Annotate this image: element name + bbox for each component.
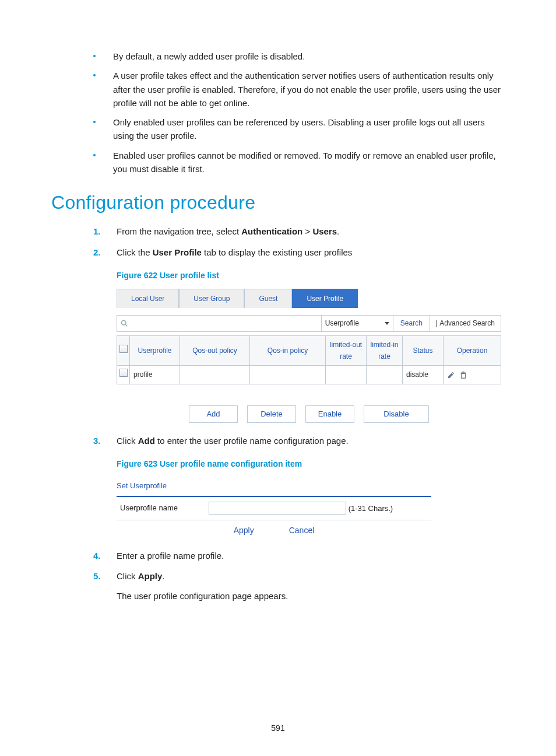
col-qos-out: Qos-out policy bbox=[180, 335, 250, 366]
intro-bullet: By default, a newly added user profile i… bbox=[93, 50, 505, 63]
section-heading: Configuration procedure bbox=[51, 192, 505, 214]
apply-button[interactable]: Apply bbox=[228, 524, 260, 537]
step2-prefix: Click the bbox=[117, 247, 153, 257]
search-bar: Userprofile Search | Advanced Search bbox=[117, 315, 501, 331]
step-1: From the navigation tree, select Authent… bbox=[93, 224, 505, 239]
figure-623: Set Userprofile Userprofile name (1-31 C… bbox=[117, 477, 431, 538]
svg-point-0 bbox=[122, 321, 126, 326]
intro-bullet: Only enabled user profiles can be refere… bbox=[93, 116, 505, 143]
userprofile-name-hint: (1-31 Chars.) bbox=[349, 504, 393, 513]
search-icon bbox=[121, 320, 128, 327]
col-userprofile: Userprofile bbox=[130, 335, 180, 366]
trash-icon[interactable] bbox=[459, 371, 467, 379]
cell-qos-in bbox=[250, 366, 326, 384]
disable-button[interactable]: Disable bbox=[364, 405, 429, 423]
step-4: Enter a profile name profile. bbox=[93, 548, 505, 564]
step5-b1: Apply bbox=[138, 571, 163, 581]
col-operation: Operation bbox=[444, 335, 501, 366]
svg-rect-2 bbox=[462, 374, 466, 379]
search-select-value: Userprofile bbox=[325, 317, 359, 329]
cell-status: disable bbox=[403, 366, 444, 384]
userprofile-name-label: Userprofile name bbox=[117, 496, 205, 520]
step5-sub: The user profile configuration page appe… bbox=[117, 589, 505, 604]
table-row: profile disable bbox=[117, 366, 501, 384]
row-checkbox[interactable] bbox=[119, 369, 128, 377]
enable-button[interactable]: Enable bbox=[305, 405, 354, 423]
userprofile-name-input[interactable] bbox=[209, 502, 346, 514]
cell-qos-out bbox=[180, 366, 250, 384]
edit-icon[interactable] bbox=[447, 371, 455, 379]
cell-operation bbox=[444, 366, 501, 384]
action-buttons: Add Delete Enable Disable bbox=[117, 405, 501, 423]
step3-prefix: Click bbox=[117, 436, 138, 446]
step-5: Click Apply. The user profile configurat… bbox=[93, 569, 505, 603]
cell-userprofile: profile bbox=[130, 366, 180, 384]
delete-button[interactable]: Delete bbox=[247, 405, 296, 423]
step1-prefix: From the navigation tree, select bbox=[117, 226, 241, 236]
col-qos-in: Qos-in policy bbox=[250, 335, 326, 366]
tab-user-group[interactable]: User Group bbox=[179, 289, 244, 308]
step2-suffix: tab to display the existing user profile… bbox=[202, 247, 352, 257]
step1-suffix: . bbox=[337, 226, 339, 236]
col-checkbox bbox=[117, 335, 130, 366]
figure-622-caption: Figure 622 User profile list bbox=[117, 269, 505, 283]
userprofile-name-cell: (1-31 Chars.) bbox=[205, 496, 431, 520]
search-input[interactable] bbox=[130, 318, 318, 328]
search-select[interactable]: Userprofile bbox=[322, 316, 393, 331]
col-status: Status bbox=[403, 335, 444, 366]
tab-guest[interactable]: Guest bbox=[244, 289, 292, 308]
step-3: Click Add to enter the user profile name… bbox=[93, 433, 505, 538]
tabs: Local User User Group Guest User Profile bbox=[117, 289, 501, 308]
tab-local-user[interactable]: Local User bbox=[117, 289, 179, 308]
svg-rect-4 bbox=[463, 372, 465, 373]
add-button[interactable]: Add bbox=[189, 405, 238, 423]
checkbox-all[interactable] bbox=[119, 345, 128, 353]
tab-user-profile[interactable]: User Profile bbox=[292, 289, 358, 308]
page-number: 591 bbox=[0, 723, 556, 733]
step1-b2: Users bbox=[312, 226, 337, 236]
step1-b1: Authentication bbox=[241, 226, 302, 236]
set-userprofile-title: Set Userprofile bbox=[117, 477, 431, 496]
intro-bullet: A user profile takes effect and the auth… bbox=[93, 69, 505, 110]
step2-b1: User Profile bbox=[153, 247, 202, 257]
col-limited-in: limited-in rate bbox=[367, 335, 403, 366]
step3-suffix: to enter the user profile name configura… bbox=[155, 436, 349, 446]
svg-line-1 bbox=[125, 325, 127, 327]
cancel-button[interactable]: Cancel bbox=[283, 524, 321, 537]
intro-bullets: By default, a newly added user profile i… bbox=[51, 50, 505, 176]
cell-limited-out bbox=[326, 366, 367, 384]
search-button[interactable]: Search bbox=[393, 316, 430, 331]
user-profile-table: Userprofile Qos-out policy Qos-in policy… bbox=[117, 335, 501, 384]
intro-bullet: Enabled user profiles cannot be modified… bbox=[93, 149, 505, 176]
step1-sep: > bbox=[302, 226, 312, 236]
step-2: Click the User Profile tab to display th… bbox=[93, 245, 505, 423]
svg-rect-3 bbox=[461, 373, 466, 374]
figure-623-caption: Figure 623 User profile name configurati… bbox=[117, 457, 505, 471]
col-limited-out: limited-out rate bbox=[326, 335, 367, 366]
figure-622: Local User User Group Guest User Profile… bbox=[117, 289, 501, 423]
advanced-search-link[interactable]: | Advanced Search bbox=[430, 316, 501, 331]
step5-suffix: . bbox=[162, 571, 164, 581]
step5-prefix: Click bbox=[117, 571, 138, 581]
chevron-down-icon bbox=[385, 322, 389, 325]
cell-limited-in bbox=[367, 366, 403, 384]
step3-b1: Add bbox=[138, 436, 155, 446]
search-field bbox=[117, 316, 322, 331]
